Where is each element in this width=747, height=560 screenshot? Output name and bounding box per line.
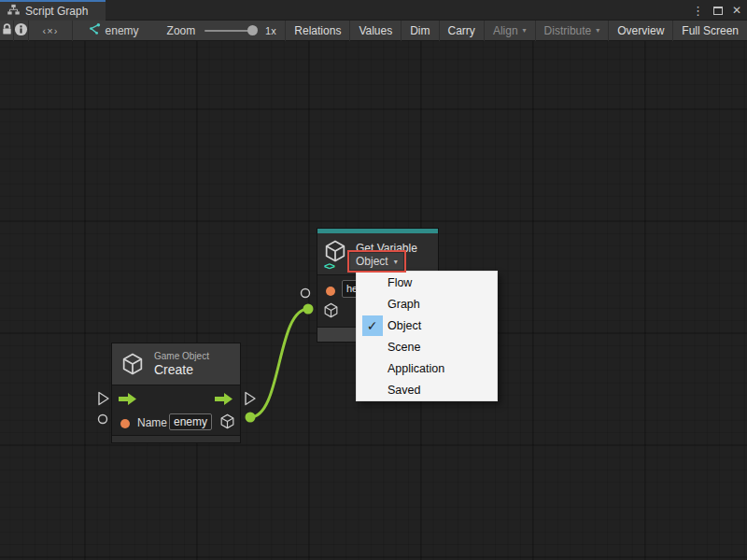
code-glyph-icon: <> bbox=[324, 260, 334, 272]
code-brackets-icon: ‹×› bbox=[43, 25, 59, 36]
info-icon bbox=[14, 22, 28, 39]
graph-toolbar: ‹×› enemy Zoom 1x Relations Values Dim C… bbox=[0, 21, 747, 41]
zoom-slider-handle[interactable] bbox=[247, 25, 258, 35]
menu-item-flow[interactable]: Flow bbox=[357, 272, 497, 293]
lock-icon bbox=[1, 22, 13, 38]
flow-in-arrow-icon[interactable] bbox=[119, 392, 137, 409]
name-input-field[interactable]: enemy bbox=[169, 413, 212, 430]
values-button[interactable]: Values bbox=[349, 21, 401, 41]
graph-name-widget[interactable]: enemy bbox=[88, 22, 139, 38]
hierarchy-icon bbox=[7, 3, 21, 20]
menu-item-object[interactable]: ✓ Object bbox=[357, 315, 497, 336]
window-titlebar: Script Graph ⋮ ✕ bbox=[0, 0, 747, 21]
param-label: Name bbox=[137, 416, 167, 429]
game-object-cube-icon bbox=[120, 351, 146, 377]
graph-name-label: enemy bbox=[106, 24, 139, 37]
menu-item-saved[interactable]: Saved bbox=[357, 379, 497, 400]
create-header: Game Object Create bbox=[112, 343, 240, 385]
window-menu-icon[interactable]: ⋮ bbox=[692, 5, 704, 17]
chevron-down-icon: ▾ bbox=[596, 26, 599, 35]
name-input-port[interactable] bbox=[120, 419, 130, 428]
align-button[interactable]: Align▾ bbox=[484, 21, 535, 41]
distribute-button[interactable]: Distribute▾ bbox=[535, 21, 609, 41]
name-input-port[interactable] bbox=[326, 287, 335, 296]
object-target-port-icon[interactable] bbox=[322, 301, 340, 323]
node-category: Game Object bbox=[154, 351, 209, 362]
carry-button[interactable]: Carry bbox=[439, 21, 484, 41]
flow-out-outer-port[interactable] bbox=[244, 391, 257, 410]
toolbar-button-cluster: Relations Values Dim Carry Align▾ Distri… bbox=[285, 21, 747, 41]
name-outer-port[interactable] bbox=[97, 412, 108, 428]
create-node[interactable]: Game Object Create Name enemy bbox=[111, 343, 241, 443]
zoom-slider[interactable] bbox=[204, 30, 255, 32]
variable-cube-icon: <> bbox=[322, 238, 350, 270]
menu-item-application[interactable]: Application bbox=[357, 357, 497, 379]
create-footer bbox=[112, 435, 240, 442]
flow-out-arrow-icon[interactable] bbox=[215, 392, 233, 409]
fullscreen-button[interactable]: Full Screen bbox=[672, 21, 747, 41]
dim-button[interactable]: Dim bbox=[401, 21, 438, 41]
tab-script-graph[interactable]: Script Graph bbox=[0, 0, 106, 21]
zoom-label: Zoom bbox=[167, 24, 196, 37]
info-button[interactable] bbox=[14, 21, 29, 41]
menu-item-scene[interactable]: Scene bbox=[357, 336, 497, 357]
node-title: Create bbox=[154, 362, 209, 377]
graph-icon bbox=[88, 22, 101, 38]
maximize-icon[interactable] bbox=[713, 7, 723, 15]
close-icon[interactable]: ✕ bbox=[732, 5, 741, 16]
menu-item-graph[interactable]: Graph bbox=[357, 293, 497, 315]
variable-kind-menu: Flow Graph ✓ Object Scene Application Sa… bbox=[356, 271, 498, 401]
chevron-down-icon: ▾ bbox=[394, 258, 398, 266]
zoom-value: 1x bbox=[265, 25, 276, 36]
check-icon: ✓ bbox=[362, 315, 383, 336]
tab-title: Script Graph bbox=[25, 5, 88, 18]
lock-button[interactable] bbox=[0, 21, 14, 41]
get-variable-name-outer-port[interactable] bbox=[300, 286, 311, 302]
overview-button[interactable]: Overview bbox=[608, 21, 672, 41]
variable-kind-selection-box: Object ▾ bbox=[347, 250, 406, 273]
create-body: Name enemy bbox=[112, 385, 240, 435]
chevron-down-icon: ▾ bbox=[523, 26, 527, 35]
variable-kind-dropdown[interactable]: Object ▾ bbox=[350, 253, 403, 270]
game-object-output-port-icon[interactable] bbox=[218, 413, 236, 434]
code-view-button[interactable]: ‹×› bbox=[29, 21, 72, 41]
relations-button[interactable]: Relations bbox=[285, 21, 349, 41]
flow-in-outer-port[interactable] bbox=[97, 391, 110, 410]
